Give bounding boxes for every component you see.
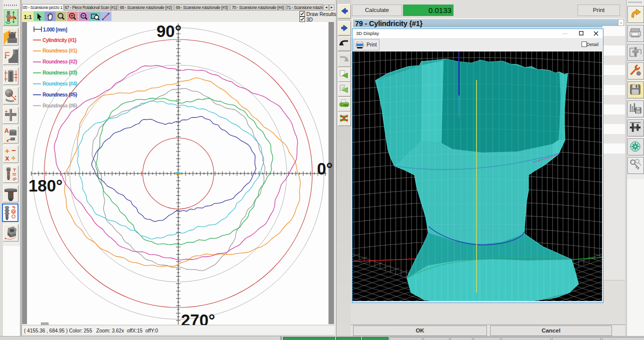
svg-text:1:1: 1:1	[24, 14, 32, 20]
svg-text:Roundness {#5}: Roundness {#5}	[42, 92, 78, 98]
svg-text:180°: 180°	[28, 176, 62, 195]
svg-text:x: x	[6, 154, 10, 162]
svg-text:1.000 [mm]: 1.000 [mm]	[43, 27, 67, 32]
svg-text:÷: ÷	[12, 154, 16, 162]
svg-text:Roundness {#4}: Roundness {#4}	[42, 81, 78, 86]
svg-text:Copy: Copy	[340, 103, 348, 107]
svg-text:Cylindricity {#1}: Cylindricity {#1}	[42, 38, 76, 43]
svg-text:0°: 0°	[317, 160, 333, 178]
svg-text:Roundness {#3}: Roundness {#3}	[42, 70, 78, 76]
svg-text:A: A	[4, 128, 9, 134]
svg-text:90°: 90°	[156, 22, 182, 40]
svg-text:Roundness {#2}: Roundness {#2}	[42, 59, 78, 64]
svg-text:Roundness {#6}: Roundness {#6}	[42, 103, 78, 108]
svg-text:270°: 270°	[181, 311, 215, 325]
svg-text:−: −	[12, 146, 16, 154]
svg-text:Roundness {#1}: Roundness {#1}	[42, 48, 78, 54]
